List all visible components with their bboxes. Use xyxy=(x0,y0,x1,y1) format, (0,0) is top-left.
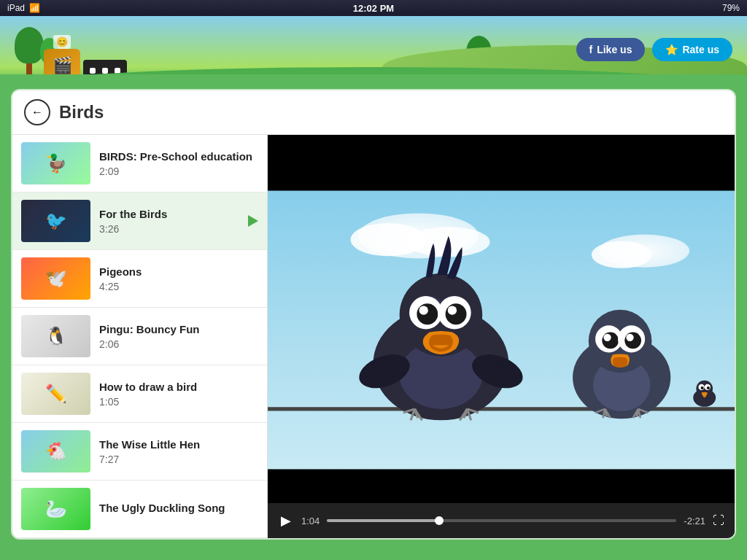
video-black-top xyxy=(268,135,735,157)
svg-point-14 xyxy=(417,303,438,324)
playlist-title: The Ugly Duckling Song xyxy=(99,502,258,514)
play-icon: ▶ xyxy=(281,513,291,528)
playlist-info: The Wise Little Hen 7:27 xyxy=(99,438,258,465)
playlist-thumb: 🦆 xyxy=(21,142,90,184)
svg-point-32 xyxy=(603,334,611,341)
like-label: Like us xyxy=(597,44,632,55)
social-buttons: f Like us ⭐ Rate us xyxy=(576,38,733,61)
thumb-emoji: 🦢 xyxy=(21,488,90,530)
thumb-emoji: 🐔 xyxy=(21,430,90,472)
svg-point-15 xyxy=(419,306,427,314)
playlist-duration: 2:06 xyxy=(99,338,258,350)
back-button[interactable]: ← xyxy=(24,99,50,125)
fullscreen-button[interactable]: ⛶ xyxy=(713,514,724,527)
playlist-thumb: 🦢 xyxy=(21,488,90,530)
playlist-item[interactable]: ✏️ How to draw a bird 1:05 xyxy=(12,365,267,423)
rate-label: Rate us xyxy=(682,44,719,55)
video-area: ▶ 1:04 -2:21 ⛶ xyxy=(268,135,735,538)
playlist-duration: 3:26 xyxy=(99,223,239,235)
status-bar: iPad 📶 12:02 PM 79% xyxy=(0,0,747,16)
svg-point-49 xyxy=(707,386,710,389)
playlist-title: For the Birds xyxy=(99,208,239,220)
svg-point-34 xyxy=(624,332,641,349)
playlist-item[interactable]: 🐦 For the Birds 3:26 xyxy=(12,192,267,250)
main-content: ← Birds 🦆 BIRDS: Pre-School education 2:… xyxy=(11,89,736,540)
playlist-info: The Ugly Duckling Song xyxy=(99,502,258,517)
facebook-icon: f xyxy=(589,44,593,55)
progress-dot[interactable] xyxy=(435,516,444,525)
content-split: 🦆 BIRDS: Pre-School education 2:09 🐦 For… xyxy=(12,135,735,538)
thumb-emoji: 🕊️ xyxy=(21,257,90,300)
video-frame xyxy=(268,157,735,503)
svg-rect-0 xyxy=(268,191,735,470)
video-controls[interactable]: ▶ 1:04 -2:21 ⛶ xyxy=(268,503,735,538)
current-time: 1:04 xyxy=(301,516,320,526)
progress-fill xyxy=(327,519,438,522)
playlist[interactable]: 🦆 BIRDS: Pre-School education 2:09 🐦 For… xyxy=(12,135,268,538)
playlist-title: Pigeons xyxy=(99,265,258,278)
video-content xyxy=(268,157,735,503)
playlist-thumb: 🕊️ xyxy=(21,257,90,300)
svg-point-17 xyxy=(446,303,467,324)
playlist-duration: 4:25 xyxy=(99,281,258,292)
status-left: iPad 📶 xyxy=(7,3,40,13)
playlist-title: The Wise Little Hen xyxy=(99,438,258,451)
playlist-title: Pingu: Bouncy Fun xyxy=(99,323,258,335)
play-button[interactable]: ▶ xyxy=(278,510,294,532)
rate-button[interactable]: ⭐ Rate us xyxy=(652,38,732,61)
remaining-time: -2:21 xyxy=(684,516,705,526)
playlist-thumb: ✏️ xyxy=(21,373,90,415)
logo-character: 😊 xyxy=(53,35,71,49)
svg-point-5 xyxy=(592,241,652,268)
thumb-emoji: 🐧 xyxy=(21,315,90,357)
playlist-thumb: 🐔 xyxy=(21,430,90,472)
playlist-item[interactable]: 🦆 BIRDS: Pre-School education 2:09 xyxy=(12,135,267,192)
thumb-emoji: 🦆 xyxy=(21,142,90,184)
playlist-info: Pingu: Bouncy Fun 2:06 xyxy=(99,323,258,350)
playlist-thumb: 🐧 xyxy=(21,315,90,357)
playlist-title: BIRDS: Pre-School education xyxy=(99,150,258,163)
progress-bar[interactable] xyxy=(327,519,676,522)
playlist-info: Pigeons 4:25 xyxy=(99,265,258,292)
play-indicator xyxy=(248,215,258,227)
playlist-title: How to draw a bird xyxy=(99,381,258,393)
svg-point-35 xyxy=(626,334,633,341)
battery-label: 79% xyxy=(722,3,740,13)
playlist-item[interactable]: 🐔 The Wise Little Hen 7:27 xyxy=(12,423,267,481)
svg-point-18 xyxy=(448,306,457,314)
back-icon: ← xyxy=(31,106,43,119)
star-icon: ⭐ xyxy=(665,44,678,55)
playlist-thumb: 🐦 xyxy=(21,200,90,242)
page-title: Birds xyxy=(59,102,104,122)
header-area: 😊 🎬 f Like us ⭐ Rate us xyxy=(0,16,747,89)
header-grass2 xyxy=(0,74,747,89)
title-bar: ← Birds xyxy=(12,90,735,135)
tree-decoration-1 xyxy=(15,27,44,78)
playlist-item[interactable]: 🦢 The Ugly Duckling Song xyxy=(12,481,267,538)
device-label: iPad xyxy=(7,3,25,13)
thumb-emoji: 🐦 xyxy=(21,200,90,242)
playlist-info: How to draw a bird 1:05 xyxy=(99,381,258,408)
playlist-duration: 7:27 xyxy=(99,454,258,465)
wifi-icon: 📶 xyxy=(29,3,40,13)
playlist-duration: 1:05 xyxy=(99,396,258,408)
playlist-info: BIRDS: Pre-School education 2:09 xyxy=(99,150,258,177)
playlist-duration: 2:09 xyxy=(99,166,258,177)
svg-point-31 xyxy=(602,332,619,349)
status-right: 79% xyxy=(722,3,740,13)
like-button[interactable]: f Like us xyxy=(576,38,646,61)
playlist-item[interactable]: 🕊️ Pigeons 4:25 xyxy=(12,250,267,308)
thumb-emoji: ✏️ xyxy=(21,373,90,415)
playlist-info: For the Birds 3:26 xyxy=(99,208,239,235)
playlist-item[interactable]: 🐧 Pingu: Bouncy Fun 2:06 xyxy=(12,308,267,365)
status-time: 12:02 PM xyxy=(353,3,394,14)
svg-point-48 xyxy=(701,386,704,389)
